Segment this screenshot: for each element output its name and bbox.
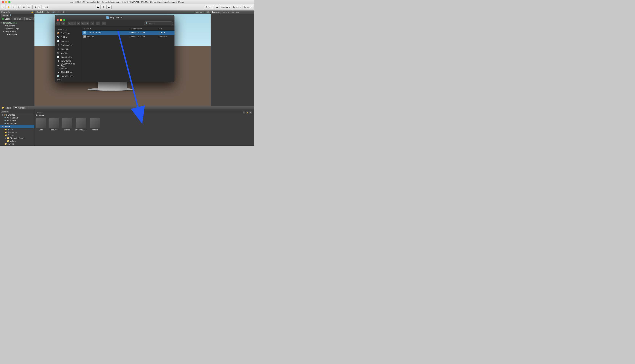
tree-packages[interactable]: ▶ Packages <box>0 145 34 146</box>
finder-nav: ‹ › ⊞ ☰ ▥ ⊟ ▾ ⚙ ↑ ✎ 🔍 Search <box>55 20 174 27</box>
tree-resources[interactable]: 📁 Resources <box>0 131 34 134</box>
finder-minimize-button[interactable] <box>60 19 62 21</box>
assets-star-btn[interactable]: ★ <box>249 111 252 114</box>
finder-applications[interactable]: 🖥 Applications <box>56 43 81 47</box>
tab-scene[interactable]: Scene <box>0 17 12 20</box>
asset-editor[interactable]: Editor <box>36 118 46 131</box>
col-date-header[interactable]: Date Modified <box>130 28 159 30</box>
layers-dropdown[interactable]: Layers ▾ <box>232 5 242 10</box>
lionshrine-name: Lionshrine.obj <box>87 31 130 34</box>
finder-search[interactable]: 🔍 Search <box>144 22 173 25</box>
finder-close-button[interactable] <box>57 19 59 21</box>
favorites-section-title: Favorites <box>55 28 82 31</box>
render-button[interactable]: ▦ <box>62 11 66 14</box>
finder-documents[interactable]: 📄 Documents <box>56 55 81 59</box>
assets-path[interactable]: Assets ▶ <box>36 114 44 116</box>
finder-icon-view[interactable]: ⊞ <box>68 22 72 25</box>
rotate-button[interactable]: ↻ <box>17 5 21 10</box>
hierarchy-item-directionallight[interactable]: Directional Light <box>0 27 34 30</box>
transform-button[interactable]: ⊕ <box>1 5 6 10</box>
rect-button[interactable]: ▭ <box>27 5 31 10</box>
assets-search-input[interactable] <box>37 112 242 114</box>
finder-view-options[interactable]: ▾ <box>85 22 89 25</box>
finder-maximize-button[interactable] <box>63 19 65 21</box>
tree-scenes[interactable]: 📁 Scenes <box>0 134 34 136</box>
hierarchy-item-replaceme[interactable]: ReplaceMe <box>0 33 34 36</box>
tree-all-materials[interactable]: 🔍 All Materials <box>0 116 34 119</box>
asset-scenes[interactable]: Scenes <box>62 118 72 131</box>
remote-disc-icon: 💿 <box>57 75 60 77</box>
2d-button[interactable]: 2D <box>46 11 51 14</box>
finder-file-lionshrine[interactable]: OBJ Lionshrine.obj Today at 6:14 PM 714 … <box>82 30 174 34</box>
finder-recents[interactable]: 🕐 Recents <box>56 39 81 43</box>
finder-column-view[interactable]: ▥ <box>77 22 81 25</box>
finder-gallery-view[interactable]: ⊟ <box>81 22 85 25</box>
hierarchy-item-imagetarget[interactable]: ▼ ImageTarget <box>0 30 34 33</box>
pause-button[interactable]: ⏸ <box>101 5 106 10</box>
finder-box-sync[interactable]: 📦 Box Sync <box>56 31 81 35</box>
finder-tag-red[interactable]: 🔴 Red <box>56 81 81 82</box>
tree-vuforia-sub[interactable]: 📁 Vuforia <box>0 140 34 142</box>
finder-remote-disc[interactable]: 💿 Remote Disc <box>56 74 81 78</box>
hierarchy-search-icon[interactable]: 🔍 <box>10 14 12 16</box>
step-button[interactable]: ⏭ <box>107 5 112 10</box>
asset-vuforia[interactable]: Vuforia <box>90 118 100 131</box>
hierarchy-item-templatescene[interactable]: ▼ TemplateScene* <box>0 22 34 24</box>
finder-creative-cloud[interactable]: ☁ Creative Cloud Files <box>56 63 81 67</box>
finder-airdrop[interactable]: 📡 AirDrop <box>56 35 81 39</box>
console-tab-icon: 💬 <box>15 106 18 109</box>
tree-all-prefabs[interactable]: 🔍 All Prefabs <box>0 122 34 125</box>
finder-file-mtl[interactable]: MTL obj.mtl Today at 6:14 PM 142 bytes <box>82 34 174 38</box>
tab-console[interactable]: 💬 Console <box>13 106 28 109</box>
layout-dropdown[interactable]: Layout ▾ <box>243 5 253 10</box>
col-name-header[interactable]: Name ▼ <box>83 28 130 30</box>
finder-forward-btn[interactable]: › <box>61 22 65 25</box>
tab-services[interactable]: Services <box>231 11 239 13</box>
tree-streaming-assets[interactable]: ▼ 📁 StreamingAssets <box>0 136 34 140</box>
finder-edit-btn[interactable]: ✎ <box>102 22 106 25</box>
pivot-dropdown[interactable]: Pivot <box>34 5 41 10</box>
account-dropdown[interactable]: Account ▾ <box>220 5 231 10</box>
finder-back-btn[interactable]: ‹ <box>56 22 60 25</box>
all-dropdown[interactable]: All <box>205 11 210 14</box>
tab-game[interactable]: Game <box>12 17 25 20</box>
tree-vuforia[interactable]: 📁 Vuforia <box>0 142 34 145</box>
tab-project[interactable]: 📁 Project <box>0 106 13 109</box>
maximize-button[interactable] <box>8 1 11 3</box>
hierarchy-item-arcamera[interactable]: ARCamera <box>0 24 34 27</box>
tab-lighting[interactable]: Lighting <box>222 11 230 13</box>
effects-button[interactable]: ☀ <box>57 11 61 14</box>
asset-streaming[interactable]: StreamingAs... <box>75 118 87 131</box>
scale-button[interactable]: ⊞ <box>22 5 26 10</box>
asset-resources[interactable]: Resources <box>49 118 59 131</box>
tree-all-models[interactable]: 🔍 All Models <box>0 119 34 122</box>
finder-movies[interactable]: 🎬 Movies <box>56 51 81 55</box>
finder-action-btn[interactable]: ⚙ <box>90 22 94 25</box>
cloud-button[interactable]: ☁ <box>215 5 219 10</box>
gizmos-dropdown[interactable]: Gizmos ▾ <box>194 11 205 14</box>
audio-button[interactable]: 🔊 <box>51 11 56 14</box>
finder-list-view[interactable]: ☰ <box>72 22 76 25</box>
finder-share-btn[interactable]: ↑ <box>96 22 100 25</box>
finder-icloud-drive[interactable]: ☁ iCloud Drive <box>56 70 81 74</box>
hierarchy-toolbar: Create ▾ 🔍 <box>0 14 34 17</box>
assets-refresh-btn[interactable]: ⟳ <box>242 111 245 114</box>
finder-desktop[interactable]: 🖥 Desktop <box>56 47 81 51</box>
local-dropdown[interactable]: Local <box>42 5 49 10</box>
close-button[interactable] <box>2 1 4 3</box>
project-create-btn[interactable]: Create ▾ <box>1 110 9 113</box>
tree-favorites[interactable]: ▼ ★ Favorites <box>0 114 34 116</box>
movies-icon: 🎬 <box>57 52 60 54</box>
play-button[interactable]: ▶ <box>96 5 101 10</box>
minimize-button[interactable] <box>5 1 7 3</box>
tree-editor[interactable]: 📁 Editor <box>0 128 34 131</box>
shaded-dropdown[interactable]: Shaded▾ <box>35 11 45 14</box>
hand-button[interactable]: ✋ <box>6 5 11 10</box>
hierarchy-create-btn[interactable]: Create ▾ <box>1 14 9 17</box>
col-size-header[interactable]: Size <box>159 28 173 30</box>
tree-assets[interactable]: ▼ Assets <box>0 125 34 128</box>
assets-lock-btn[interactable]: 🔒 <box>246 111 249 114</box>
move-button[interactable]: ✥ <box>12 5 16 10</box>
collab-dropdown[interactable]: Collab ▾ <box>204 5 214 10</box>
tab-inspector[interactable]: Inspector <box>211 11 220 13</box>
